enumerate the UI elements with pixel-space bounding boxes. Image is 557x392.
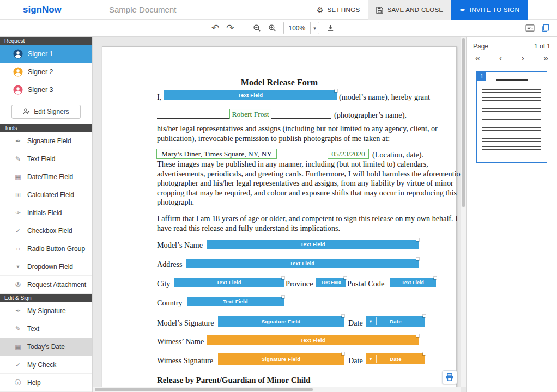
resize-handle[interactable] [423,352,426,355]
tool-checkbox-field[interactable]: ✓ Checkbox Field [0,222,92,240]
signature-field-witness[interactable]: Signature Field [218,353,344,365]
tool-label: Request Attachment [27,281,86,289]
document-title: Sample Document [109,5,176,14]
resize-handle[interactable] [335,89,337,92]
text-field-postal-code[interactable]: Text Field [390,278,436,287]
resize-handle[interactable] [342,315,344,317]
zoom-level-select[interactable]: 100% ▾ [283,22,319,34]
horizontal-scrollbar-thumb[interactable] [95,388,313,391]
tool-dropdown-field[interactable]: ▼ Dropdown Field [0,258,92,276]
zoom-in-button[interactable] [268,24,276,32]
signnow-logo[interactable]: signNow [23,4,62,15]
next-page-button[interactable]: › [522,54,524,63]
intro-prefix: I, [157,93,161,102]
resize-handle[interactable] [423,315,426,317]
filled-field-photographer[interactable]: Robert Frost [229,109,271,119]
tool-label: Text Field [27,155,55,163]
text-field-models-name-intro[interactable]: Text Field [164,90,337,100]
tool-text[interactable]: ✎ Text [0,320,92,338]
tool-date-time-field[interactable]: ▦ Date/Time Field [0,168,92,186]
zoom-level-value: 100% [284,22,311,34]
download-button[interactable] [326,24,335,32]
previous-page-button[interactable]: ‹ [499,54,502,63]
page-thumbnail-1[interactable]: 1 [476,71,547,163]
field-label: Signature Field [262,356,301,362]
resize-handle[interactable] [342,352,344,355]
calendar-icon: ▦ [14,174,22,180]
pen-icon: ✒ [459,7,465,14]
row-label: Country [157,298,183,308]
todays-date-icon: ▦ [14,344,22,350]
toolbar-center-group: ↶ ↷ 100% ▾ [211,20,335,36]
resize-handle[interactable] [416,258,419,260]
text-field-country[interactable]: Text Field [187,297,284,306]
tool-label: My Signature [27,307,66,315]
text-field-witness-name[interactable]: Text Field [207,335,419,345]
tool-todays-date[interactable]: ▦ Today's Date [0,338,92,356]
text-field-city[interactable]: Text Field [174,278,284,287]
tool-request-attachment[interactable]: ✇ Request Attachment [0,276,92,294]
request-section-header: Request [0,37,92,45]
invite-to-sign-button[interactable]: ✒ INVITE TO SIGN [451,0,528,20]
tool-help[interactable]: ⓘ Help [0,374,92,392]
settings-button[interactable]: ⚙ SETTINGS [308,0,368,20]
tool-label: Today's Date [27,343,65,351]
date-field-witness[interactable]: ▾ Date [366,353,425,364]
first-page-button[interactable]: « [475,54,480,63]
resize-handle[interactable] [434,277,437,279]
save-and-close-label: SAVE AND CLOSE [387,7,443,13]
field-label: Text Field [290,260,315,266]
sidebar-item-signer-1[interactable]: Signer 1 [0,45,92,63]
pages-panel-toggle-button[interactable] [541,24,549,32]
horizontal-scrollbar[interactable] [93,387,461,392]
resize-handle[interactable] [282,277,284,279]
edit-signers-button[interactable]: Edit Signers [11,105,81,119]
zoom-out-button[interactable] [253,24,261,32]
tool-my-check[interactable]: ✓ My Check [0,356,92,374]
redo-button[interactable]: ↷ [226,23,234,33]
filled-field-date[interactable]: 05/23/2020 [328,149,369,159]
edit-signers-row: Edit Signers [0,99,92,124]
edit-signers-label: Edit Signers [34,108,69,115]
tool-text-field[interactable]: ✎ Text Field [0,150,92,168]
field-label: Text Field [321,280,341,285]
page-count-row: Page 1 of 1 [467,37,557,52]
text-field-province[interactable]: Text Field [316,278,346,287]
tool-initials-field[interactable]: ✑ Initials Field [0,204,92,222]
tool-signature-field[interactable]: ✒ Signature Field [0,132,92,150]
sidebar-item-signer-3[interactable]: Signer 3 [0,81,92,99]
row-label: Province [286,279,313,289]
sidebar-item-signer-2[interactable]: Signer 2 [0,63,92,81]
field-label: Date [390,318,401,324]
tool-radio-button-group[interactable]: ○ Radio Button Group [0,240,92,258]
vertical-scrollbar-thumb[interactable] [462,38,465,207]
pages-panel-icon [541,24,549,32]
download-icon [326,24,335,32]
date-field-model[interactable]: ▾ Date [366,316,425,327]
document-preview-button[interactable] [525,24,535,32]
resize-handle[interactable] [416,334,419,337]
signer-3-avatar [13,85,23,95]
row-label: Date [348,356,363,365]
resize-handle[interactable] [416,238,419,241]
signer-2-label: Signer 2 [28,68,53,76]
thumbnail-title-line [496,79,528,81]
tool-calculated-field[interactable]: ⊞ Calculated Field [0,186,92,204]
invite-to-sign-label: INVITE TO SIGN [470,7,519,13]
field-label: Text Field [300,241,325,247]
signature-field-model[interactable]: Signature Field [218,316,344,327]
save-icon [376,7,383,14]
save-and-close-button[interactable]: SAVE AND CLOSE [368,0,451,20]
calculated-field-icon: ⊞ [14,192,22,198]
text-field-address[interactable]: Text Field [186,259,419,268]
text-field-models-name[interactable]: Text Field [207,240,419,249]
print-button[interactable] [442,370,457,384]
filled-field-location[interactable]: Mary’s Diner, Times Square, NY, NY [156,149,277,159]
undo-button[interactable]: ↶ [211,23,219,33]
vertical-scrollbar[interactable] [461,37,466,387]
editor-toolbar: ↶ ↷ 100% ▾ [0,20,557,37]
tool-my-signature[interactable]: ✒ My Signature [0,302,92,320]
resize-handle[interactable] [344,277,347,279]
resize-handle[interactable] [282,296,284,298]
last-page-button[interactable]: » [543,54,548,63]
